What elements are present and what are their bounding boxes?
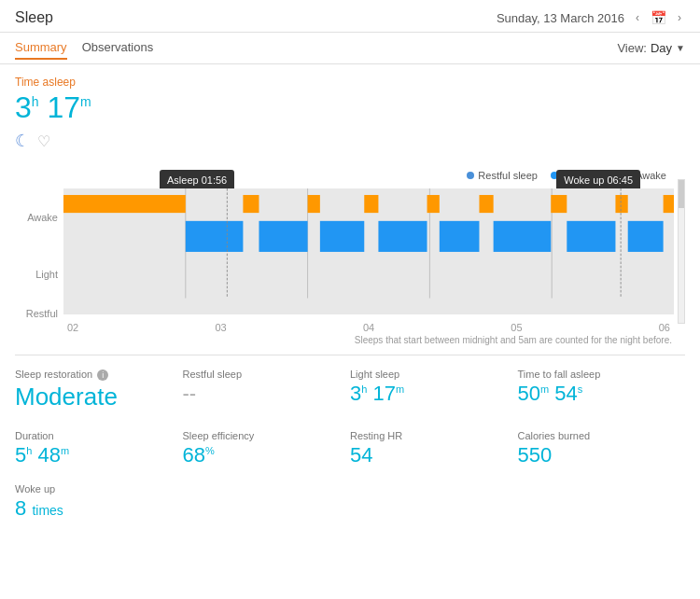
sleep-chart-wrapper: Awake Light Restful Asleep 01:56 14 Mar … xyxy=(15,170,685,333)
page-title: Sleep xyxy=(15,9,53,26)
stat-light-label: Light sleep xyxy=(350,369,511,380)
stat-restful-value: -- xyxy=(183,382,343,406)
stat-restoration-value: Moderate xyxy=(15,383,175,411)
duration-hours: 5 xyxy=(15,443,26,467)
stat-woke-up: Woke up 8 times xyxy=(15,480,685,524)
svg-rect-13 xyxy=(427,195,440,213)
y-label-light: Light xyxy=(15,269,63,280)
duration-minutes: 48 xyxy=(38,443,61,467)
tab-observations[interactable]: Observations xyxy=(82,36,154,60)
header-date: Sunday, 13 March 2016 xyxy=(497,11,624,25)
fall-minutes: 50 xyxy=(518,382,540,405)
tooltip-asleep-line1: Asleep 01:56 xyxy=(167,174,227,188)
info-icon[interactable]: i xyxy=(97,369,108,381)
fall-minutes-unit: m xyxy=(540,383,549,395)
tooltip-woke-line1: Woke up 06:45 xyxy=(564,174,633,188)
moon-icon: ☾ xyxy=(15,131,30,151)
svg-rect-21 xyxy=(664,195,674,213)
y-axis: Awake Light Restful xyxy=(15,170,63,333)
light-hours: 3 xyxy=(350,382,361,405)
stats-row-2: Duration 5h 48m Sleep efficiency 68% Res… xyxy=(15,423,685,471)
svg-rect-6 xyxy=(186,221,244,252)
time-asleep-label: Time asleep xyxy=(15,76,685,89)
svg-rect-7 xyxy=(243,195,259,213)
svg-rect-12 xyxy=(378,221,427,252)
x-label-06: 06 xyxy=(659,322,670,333)
stat-woke-value: 8 times xyxy=(15,496,678,521)
light-minutes-unit: m xyxy=(396,383,404,395)
stat-fall-value: 50m 54s xyxy=(518,382,679,406)
svg-rect-20 xyxy=(628,221,664,252)
svg-rect-9 xyxy=(308,195,320,213)
time-minutes: 17 xyxy=(47,91,80,124)
tabs-right: View: Day ▼ xyxy=(617,41,685,55)
stat-calories: Calories burned 550 xyxy=(518,426,686,471)
time-asleep-value: 3h 17m xyxy=(15,91,685,125)
y-label-restful: Restful xyxy=(15,308,63,319)
chart-note: Sleeps that start between midnight and 5… xyxy=(15,335,685,345)
time-minutes-unit: m xyxy=(80,94,91,109)
light-minutes: 17 xyxy=(373,382,396,405)
light-hours-unit: h xyxy=(361,383,367,395)
x-axis: 02 03 04 05 06 xyxy=(63,322,674,333)
svg-rect-10 xyxy=(320,221,364,252)
tab-summary[interactable]: Summary xyxy=(15,36,67,60)
stat-fall-asleep: Time to fall asleep 50m 54s xyxy=(518,365,686,415)
next-arrow[interactable]: › xyxy=(674,9,685,26)
tabs-left: Summary Observations xyxy=(15,36,153,60)
svg-rect-5 xyxy=(63,195,186,213)
stat-efficiency-label: Sleep efficiency xyxy=(183,430,343,441)
stat-light-value: 3h 17m xyxy=(350,382,511,406)
stats-row-3: Woke up 8 times xyxy=(15,480,685,524)
y-label-awake: Awake xyxy=(15,212,63,223)
x-label-03: 03 xyxy=(215,322,226,333)
main-content: Time asleep 3h 17m ☾ ♡ Restful sleep Lig… xyxy=(0,64,700,536)
heart-icon: ♡ xyxy=(37,132,50,150)
stat-restoration: Sleep restoration i Moderate xyxy=(15,365,183,415)
view-label: View: xyxy=(617,41,647,55)
fall-seconds: 54 xyxy=(554,382,577,405)
fall-seconds-unit: s xyxy=(578,383,583,395)
x-label-02: 02 xyxy=(67,322,78,333)
time-hours-unit: h xyxy=(32,94,39,109)
calendar-icon[interactable]: 📅 xyxy=(651,10,666,25)
svg-rect-17 xyxy=(551,195,567,213)
svg-rect-15 xyxy=(479,195,493,213)
stat-calories-value: 550 xyxy=(518,443,679,467)
scrollbar-thumb[interactable] xyxy=(679,180,684,208)
stat-efficiency: Sleep efficiency 68% xyxy=(183,426,351,471)
stat-woke-unit: times xyxy=(32,503,63,518)
stat-restful-sleep: Restful sleep -- xyxy=(183,365,351,415)
stat-efficiency-value: 68% xyxy=(183,443,343,467)
svg-rect-16 xyxy=(494,221,552,252)
tabs-bar: Summary Observations View: Day ▼ xyxy=(0,33,700,64)
stat-restful-label: Restful sleep xyxy=(183,369,343,380)
stat-light-sleep: Light sleep 3h 17m xyxy=(350,365,518,415)
x-label-04: 04 xyxy=(363,322,374,333)
view-dropdown-icon[interactable]: ▼ xyxy=(676,43,685,53)
page-header: Sleep Sunday, 13 March 2016 ‹ 📅 › xyxy=(0,0,700,33)
stat-resting-hr: Resting HR 54 xyxy=(350,426,518,471)
stat-calories-label: Calories burned xyxy=(518,430,679,441)
sleep-chart-svg xyxy=(63,188,674,314)
stat-woke-label: Woke up xyxy=(15,483,678,495)
time-hours: 3 xyxy=(15,91,32,124)
view-value[interactable]: Day xyxy=(651,41,672,55)
x-label-05: 05 xyxy=(511,322,522,333)
svg-rect-18 xyxy=(567,221,615,252)
stat-restoration-label: Sleep restoration i xyxy=(15,369,175,381)
stat-duration: Duration 5h 48m xyxy=(15,426,183,471)
stat-fall-label: Time to fall asleep xyxy=(518,369,679,380)
duration-hours-unit: h xyxy=(26,445,32,456)
stat-rhr-label: Resting HR xyxy=(350,430,511,441)
chart-scrollbar[interactable] xyxy=(678,179,685,324)
stat-rhr-value: 54 xyxy=(350,443,511,467)
header-right: Sunday, 13 March 2016 ‹ 📅 › xyxy=(497,9,685,26)
chart-container: Restful sleep Light sleep Awake Awake Li… xyxy=(15,170,685,345)
duration-minutes-unit: m xyxy=(61,445,69,456)
prev-arrow[interactable]: ‹ xyxy=(632,9,643,26)
stats-row-1: Sleep restoration i Moderate Restful sle… xyxy=(15,355,685,415)
svg-rect-14 xyxy=(440,221,480,252)
svg-rect-8 xyxy=(259,221,307,252)
stat-duration-value: 5h 48m xyxy=(15,443,175,467)
